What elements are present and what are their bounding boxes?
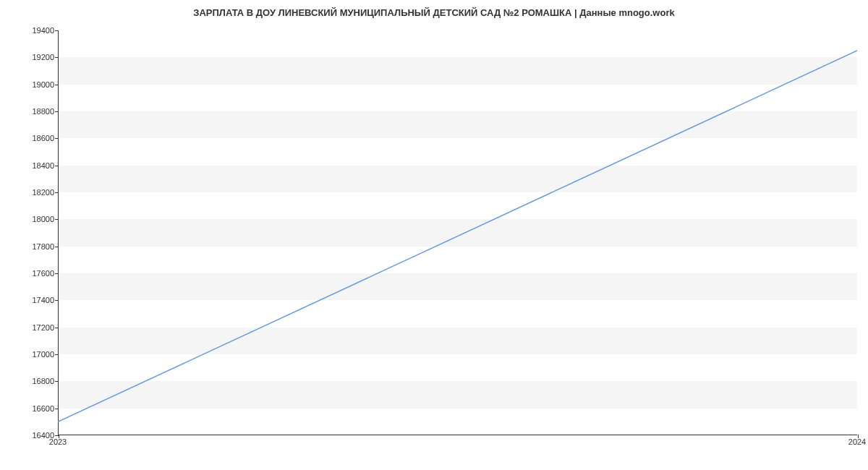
y-tick-label: 18200: [25, 188, 54, 197]
grid-band: [59, 219, 857, 246]
grid-band: [59, 328, 857, 354]
y-tick-label: 17200: [25, 323, 54, 332]
y-tick-label: 18800: [25, 107, 54, 116]
y-tick-label: 18600: [25, 134, 54, 142]
y-axis-labels: 1640016600168001700017200174001760017800…: [25, 30, 54, 435]
y-tick-mark: [55, 247, 59, 247]
y-tick-label: 19200: [25, 53, 54, 61]
y-tick-label: 19400: [25, 26, 54, 35]
y-tick-label: 17600: [25, 269, 54, 278]
y-tick-label: 18000: [25, 215, 54, 223]
y-tick-mark: [55, 354, 59, 355]
grid-band: [59, 381, 857, 408]
grid-band: [59, 166, 857, 192]
y-tick-mark: [55, 85, 59, 85]
y-tick-mark: [55, 328, 59, 328]
y-tick-mark: [55, 166, 59, 166]
y-tick-label: 17800: [25, 242, 54, 251]
grid-band: [59, 273, 857, 300]
y-tick-label: 16800: [25, 377, 54, 385]
chart-title: ЗАРПЛАТА В ДОУ ЛИНЕВСКИЙ МУНИЦИПАЛЬНЫЙ Д…: [0, 0, 868, 25]
y-tick-mark: [55, 409, 59, 409]
grid-band: [59, 57, 857, 84]
y-tick-label: 19000: [25, 80, 54, 89]
y-tick-mark: [55, 30, 59, 31]
y-tick-label: 18400: [25, 161, 54, 170]
y-tick-label: 16600: [25, 404, 54, 413]
y-tick-mark: [55, 57, 59, 58]
x-tick-label: 2024: [848, 437, 866, 446]
y-tick-label: 17400: [25, 296, 54, 304]
y-tick-mark: [55, 192, 59, 193]
grid-band: [59, 111, 857, 138]
y-tick-label: 17000: [25, 350, 54, 359]
y-tick-mark: [55, 219, 59, 220]
y-tick-mark: [55, 273, 59, 274]
x-tick-label: 2023: [49, 437, 67, 446]
y-tick-mark: [55, 300, 59, 301]
y-tick-mark: [55, 111, 59, 112]
y-tick-mark: [55, 381, 59, 382]
chart-plot-area: [58, 30, 857, 435]
y-tick-mark: [55, 138, 59, 139]
